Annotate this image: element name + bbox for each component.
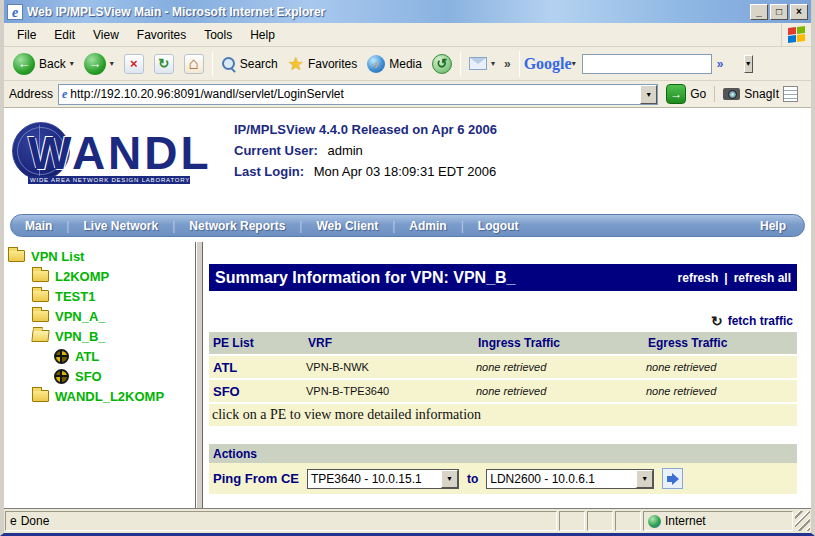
egress-value: none retrieved [644,361,797,373]
forward-icon: → [84,53,106,75]
search-button[interactable]: Search [216,49,283,79]
tree-item-wandl-l2komp[interactable]: WANDL_L2KOMP [4,386,195,406]
close-button[interactable]: × [790,4,808,20]
forward-dropdown-icon[interactable]: ▾ [110,59,114,68]
media-label: Media [389,57,422,71]
history-button[interactable]: ↺ [427,49,457,79]
history-icon: ↺ [432,54,452,74]
menu-file[interactable]: File [8,25,45,45]
pe-table-header: PE List VRF Ingress Traffic Egress Traff… [209,332,797,354]
refresh-all-link[interactable]: refresh all [734,271,791,285]
ping-from-select[interactable]: TPE3640 - 10.0.15.1 ▼ [307,469,459,489]
mail-button[interactable]: ▾ [464,49,500,79]
back-button[interactable]: ← Back ▾ [8,49,79,79]
home-button[interactable]: ⌂ [179,49,209,79]
ie-logo-icon: e [7,4,23,20]
dropdown-arrow-icon[interactable]: ▼ [441,470,458,488]
status-page-icon: e [10,514,17,528]
nav-live-network[interactable]: Live Network [69,219,172,233]
favorites-button[interactable]: ★ Favorites [283,49,363,79]
nav-network-reports[interactable]: Network Reports [175,219,299,233]
menu-edit[interactable]: Edit [45,25,84,45]
col-pe-list: PE List [209,336,304,350]
address-input[interactable]: e http://192.10.20.96:8091/wandl/servlet… [58,84,658,105]
header-info: IP/MPLSView 4.4.0 Released on Apr 6 2006… [234,122,497,185]
address-dropdown-icon[interactable]: ▼ [640,85,657,104]
properties-icon[interactable] [783,86,798,102]
ingress-value: none retrieved [474,361,644,373]
maximize-button[interactable]: □ [770,4,788,20]
page-content: WANDL WIDE AREA NETWORK DESIGN LABORATOR… [4,108,811,508]
go-button[interactable]: → Go [658,84,714,104]
menu-help[interactable]: Help [241,25,284,45]
tree-item-vpn-a[interactable]: VPN_A_ [4,306,195,326]
mail-icon [469,57,487,70]
media-button[interactable]: ♪ Media [362,49,427,79]
to-label: to [467,472,478,486]
refresh-link[interactable]: refresh [678,271,719,285]
snagit-label: SnagIt [744,87,779,101]
current-user-label: Current User: [234,143,318,158]
last-login-value: Mon Apr 03 18:09:31 EDT 2006 [314,164,497,179]
toolbar-overflow-chevron[interactable]: » [500,57,515,71]
logo-text: WANDL [28,126,212,180]
menu-view[interactable]: View [84,25,128,45]
nav-admin[interactable]: Admin [395,219,460,233]
pe-link-sfo[interactable]: SFO [209,384,304,399]
google-dropdown-icon[interactable]: ▾ [572,59,576,68]
nav-web-client[interactable]: Web Client [302,219,392,233]
stop-button[interactable]: × [119,49,149,79]
dropdown-arrow-icon[interactable]: ▼ [636,470,653,488]
ping-to-value: LDN2600 - 10.0.6.1 [487,470,636,488]
title-bar: e Web IP/MPLSView Main - Microsoft Inter… [4,0,811,23]
tree-label: VPN_A_ [55,309,106,324]
tree-item-sfo[interactable]: SFO [4,366,195,386]
status-pane: e Done [5,511,557,531]
go-arrow-icon: → [666,84,686,104]
tree-root-vpn-list[interactable]: VPN List [4,246,195,266]
tree-label: WANDL_L2KOMP [55,389,164,404]
tree-item-atl[interactable]: ATL [4,346,195,366]
ping-to-select[interactable]: LDN2600 - 10.0.6.1 ▼ [486,469,654,489]
ping-from-ce-label: Ping From CE [213,471,299,486]
mail-dropdown-icon[interactable]: ▾ [491,59,495,68]
nav-logout[interactable]: Logout [464,219,533,233]
minimize-button[interactable]: _ [750,4,768,20]
status-pane-empty [587,511,613,531]
status-text: Done [21,514,50,528]
main-nav-bar: Main | Live Network | Network Reports | … [10,214,805,237]
address-url[interactable]: http://192.10.20.96:8091/wandl/servlet/L… [70,87,640,101]
nav-main[interactable]: Main [11,219,66,233]
forward-button[interactable]: → ▾ [79,49,119,79]
nav-help[interactable]: Help [742,219,804,233]
browser-toolbar: ← Back ▾ → ▾ × ↻ ⌂ Search ★ Favorites ♪ … [4,47,811,81]
status-bar: e Done Internet [4,508,811,533]
tree-item-vpn-b[interactable]: VPN_B_ [4,326,195,346]
google-toolbar-chevron[interactable]: » [712,57,729,71]
vpn-tree-sidebar: VPN List L2KOMP TEST1 VPN_A_ VPN_B_ [4,242,196,508]
stop-icon: × [124,54,144,74]
ingress-value: none retrieved [474,385,644,397]
menu-tools[interactable]: Tools [195,25,241,45]
refresh-button[interactable]: ↻ [149,49,179,79]
last-login-label: Last Login: [234,164,304,179]
resize-grip[interactable] [795,511,810,531]
google-search-dropdown-icon[interactable]: ▼ [744,55,753,73]
menu-bar: File Edit View Favorites Tools Help [4,23,811,47]
snagit-button[interactable]: SnagIt [714,86,806,102]
tree-item-test1[interactable]: TEST1 [4,286,195,306]
status-pane-empty [559,511,585,531]
menu-favorites[interactable]: Favorites [128,25,195,45]
back-dropdown-icon[interactable]: ▾ [70,59,74,68]
toolbar-separator [212,52,213,76]
google-logo[interactable]: Google [524,55,572,73]
router-icon [54,349,69,364]
browser-window: e Web IP/MPLSView Main - Microsoft Inter… [0,0,815,536]
fetch-traffic-link[interactable]: ↻ fetch traffic [711,312,793,330]
frame-divider[interactable] [196,242,203,508]
table-note: click on a PE to view more detailed info… [209,402,797,426]
pe-link-atl[interactable]: ATL [209,360,304,375]
tree-item-l2komp[interactable]: L2KOMP [4,266,195,286]
actions-title-label: Actions [213,447,257,461]
ping-submit-button[interactable] [662,468,683,489]
